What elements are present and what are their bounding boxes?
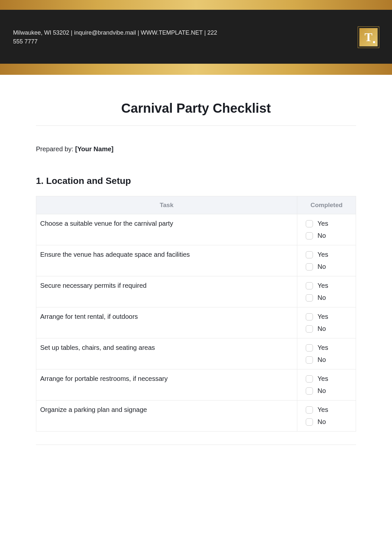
checkbox-option-no[interactable]: No (306, 231, 352, 240)
task-cell: Choose a suitable venue for the carnival… (36, 214, 297, 245)
table-row: Secure necessary permits if requiredYesN… (36, 276, 356, 307)
checkbox-option-no[interactable]: No (306, 386, 352, 396)
checkbox-label: No (318, 417, 326, 427)
checkbox-label: No (318, 231, 326, 240)
section-divider (36, 445, 356, 445)
completed-cell: YesNo (297, 276, 356, 307)
column-header-task: Task (36, 196, 297, 214)
checkbox-label: Yes (318, 281, 328, 290)
checkbox-icon[interactable] (306, 263, 313, 270)
task-cell: Set up tables, chairs, and seating areas (36, 338, 297, 369)
page-title: Carnival Party Checklist (36, 101, 356, 116)
checkbox-label: Yes (318, 343, 328, 352)
document-body: Carnival Party Checklist Prepared by: [Y… (0, 101, 392, 445)
checkbox-icon[interactable] (306, 344, 313, 351)
checkbox-label: Yes (318, 250, 328, 259)
completed-cell: YesNo (297, 245, 356, 276)
checkbox-label: No (318, 293, 326, 302)
checkbox-icon[interactable] (306, 387, 313, 395)
checkbox-option-no[interactable]: No (306, 324, 352, 334)
completed-cell: YesNo (297, 214, 356, 245)
checkbox-icon[interactable] (306, 282, 313, 289)
checkbox-option-yes[interactable]: Yes (306, 343, 352, 352)
completed-cell: YesNo (297, 307, 356, 338)
table-row: Organize a parking plan and signageYesNo (36, 400, 356, 432)
contact-info: Milwaukee, WI 53202 | inquire@brandvibe.… (13, 28, 222, 46)
logo-letter: T (365, 30, 372, 44)
table-header-row: Task Completed (36, 196, 356, 214)
completed-cell: YesNo (297, 400, 356, 432)
checklist-table: Task Completed Choose a suitable venue f… (36, 196, 356, 432)
checkbox-label: No (318, 324, 326, 334)
checkbox-option-yes[interactable]: Yes (306, 312, 352, 321)
checkbox-label: Yes (318, 405, 328, 415)
table-row: Ensure the venue has adequate space and … (36, 245, 356, 276)
completed-cell: YesNo (297, 369, 356, 400)
checkbox-option-yes[interactable]: Yes (306, 281, 352, 290)
checkbox-icon[interactable] (306, 375, 313, 383)
checkbox-label: No (318, 355, 326, 365)
checkbox-icon[interactable] (306, 356, 313, 364)
checkbox-label: No (318, 262, 326, 271)
prepared-by-label: Prepared by: (36, 145, 75, 153)
checkbox-icon[interactable] (306, 294, 313, 301)
checkbox-icon[interactable] (306, 232, 313, 239)
table-row: Choose a suitable venue for the carnival… (36, 214, 356, 245)
table-row: Arrange for tent rental, if outdoorsYesN… (36, 307, 356, 338)
table-row: Arrange for portable restrooms, if neces… (36, 369, 356, 400)
checkbox-option-no[interactable]: No (306, 355, 352, 365)
prepared-by-value: [Your Name] (75, 145, 113, 153)
task-cell: Arrange for tent rental, if outdoors (36, 307, 297, 338)
checkbox-option-yes[interactable]: Yes (306, 405, 352, 415)
completed-cell: YesNo (297, 338, 356, 369)
checkbox-option-yes[interactable]: Yes (306, 219, 352, 228)
header-bar: Milwaukee, WI 53202 | inquire@brandvibe.… (0, 10, 392, 64)
task-cell: Arrange for portable restrooms, if neces… (36, 369, 297, 400)
checkbox-option-no[interactable]: No (306, 262, 352, 271)
checkbox-icon[interactable] (306, 325, 313, 333)
checkbox-icon[interactable] (306, 418, 313, 426)
checkbox-option-no[interactable]: No (306, 293, 352, 302)
section-heading: 1. Location and Setup (36, 176, 356, 186)
checkbox-option-yes[interactable]: Yes (306, 250, 352, 259)
table-row: Set up tables, chairs, and seating areas… (36, 338, 356, 369)
checkbox-option-no[interactable]: No (306, 417, 352, 427)
checkbox-icon[interactable] (306, 406, 313, 414)
checkbox-label: Yes (318, 219, 328, 228)
title-divider (36, 125, 356, 126)
task-cell: Ensure the venue has adequate space and … (36, 245, 297, 276)
brand-logo: T (358, 27, 379, 48)
checkbox-label: Yes (318, 374, 328, 383)
banner-gold-top (0, 0, 392, 10)
checkbox-label: Yes (318, 312, 328, 321)
checkbox-icon[interactable] (306, 313, 313, 320)
checkbox-icon[interactable] (306, 251, 313, 258)
checkbox-icon[interactable] (306, 220, 313, 227)
task-cell: Organize a parking plan and signage (36, 400, 297, 432)
banner-gold-bottom (0, 64, 392, 75)
checkbox-option-yes[interactable]: Yes (306, 374, 352, 383)
task-cell: Secure necessary permits if required (36, 276, 297, 307)
column-header-completed: Completed (297, 196, 356, 214)
checkbox-label: No (318, 386, 326, 396)
prepared-by-line: Prepared by: [Your Name] (36, 145, 356, 153)
